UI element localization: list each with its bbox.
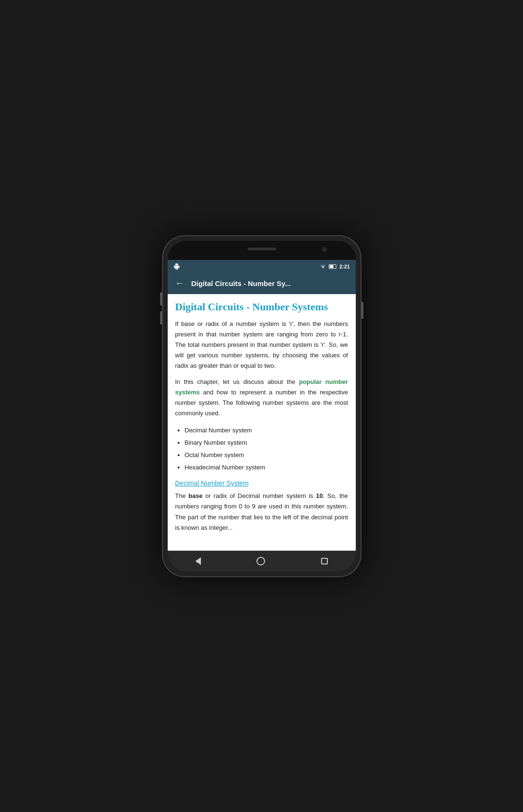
volume-up-button[interactable]: [160, 292, 162, 306]
article-content[interactable]: Digital Circuits - Number Systems If bas…: [168, 294, 356, 551]
android-icon: [173, 263, 180, 270]
toolbar-title: Digital Circuits - Number Sy...: [191, 279, 350, 287]
bold-base: base: [189, 492, 203, 499]
bold-10: 10: [316, 492, 323, 499]
app-toolbar: ← Digital Circuits - Number Sy...: [168, 273, 356, 294]
list-item-octal: Octal Number system: [185, 449, 348, 461]
status-time: 2:21: [339, 264, 350, 269]
recents-square-icon: [321, 558, 328, 564]
paragraph-2-end: and how to represent a number in the res…: [175, 389, 348, 417]
article-title: Digital Circuits - Number Systems: [175, 301, 348, 313]
phone-screen: 2:21 ← Digital Circuits - Number Sy... D…: [168, 241, 356, 572]
status-right: 2:21: [320, 264, 350, 269]
nav-bar: [168, 551, 356, 572]
list-item-decimal: Decimal Number system: [185, 424, 348, 437]
nav-home-button[interactable]: [247, 553, 275, 569]
volume-down-button[interactable]: [160, 311, 162, 325]
list-item-binary: Binary Number system: [185, 437, 348, 449]
power-button[interactable]: [361, 302, 363, 319]
paragraph-2: In this chapter, let us discuss about th…: [175, 377, 348, 419]
number-systems-list: Decimal Number system Binary Number syst…: [185, 424, 348, 474]
nav-recents-button[interactable]: [312, 554, 337, 568]
back-button[interactable]: ←: [173, 277, 186, 290]
paragraph-1: If base or radix of a number system is '…: [175, 319, 348, 371]
paragraph-3: The base or radix of Decimal number syst…: [175, 491, 348, 533]
back-triangle-icon: [195, 557, 201, 565]
list-item-hexadecimal: Hexadecimal Number system: [185, 461, 348, 474]
decimal-section-title[interactable]: Decimal Number System: [175, 479, 348, 487]
nav-back-button[interactable]: [186, 554, 210, 569]
status-left: [173, 263, 180, 270]
status-bar: 2:21: [168, 260, 356, 273]
phone-frame: 2:21 ← Digital Circuits - Number Sy... D…: [162, 235, 361, 577]
battery-icon: [329, 264, 336, 269]
paragraph-2-start: In this chapter, let us discuss about th…: [175, 378, 299, 385]
home-circle-icon: [257, 557, 265, 565]
screen-content: 2:21 ← Digital Circuits - Number Sy... D…: [168, 260, 356, 572]
signal-icon: [320, 264, 326, 269]
